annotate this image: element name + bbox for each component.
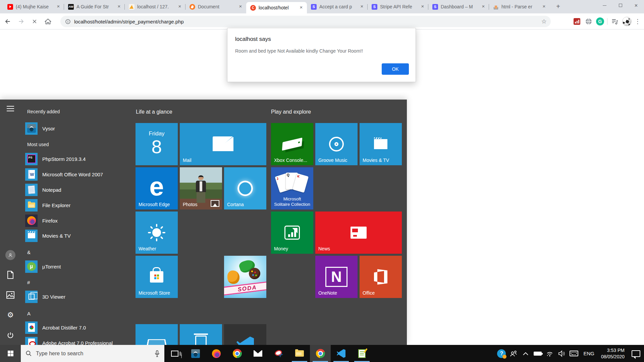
- media-controls-icon[interactable]: [610, 17, 619, 26]
- bookmark-star-icon[interactable]: ☆: [541, 18, 547, 25]
- tile-cortana[interactable]: Cortana: [224, 167, 266, 209]
- section-header-a[interactable]: A: [27, 311, 31, 316]
- grammarly-icon[interactable]: G: [596, 17, 604, 25]
- taskbar-mail[interactable]: [248, 345, 268, 362]
- taskbar-vscode[interactable]: [331, 345, 352, 362]
- tab-stripe-dashboard[interactable]: S Dashboard – M ×: [428, 0, 489, 13]
- app-adobe-acrobat[interactable]: Adobe Acrobat 7.0 Professional: [25, 335, 132, 345]
- app-word[interactable]: W Microsoft Office Word 2007: [25, 167, 132, 182]
- close-icon[interactable]: ×: [237, 4, 244, 10]
- tile-microsoft-store[interactable]: Microsoft Store: [136, 256, 178, 298]
- tab-youtube[interactable]: (4) Mujhe Kaise ×: [3, 0, 64, 13]
- profile-avatar[interactable]: [622, 17, 632, 26]
- tile-connect-partial[interactable]: [136, 324, 178, 345]
- ok-button[interactable]: OK: [382, 63, 409, 75]
- user-account-icon[interactable]: [5, 249, 16, 261]
- maximize-button[interactable]: [612, 0, 628, 11]
- close-icon[interactable]: ×: [359, 4, 365, 10]
- taskbar-chrome[interactable]: [227, 345, 248, 362]
- extension-red-icon[interactable]: [573, 17, 581, 26]
- window-close-button[interactable]: ✕: [628, 0, 644, 11]
- tile-edge[interactable]: e Microsoft Edge: [136, 167, 178, 209]
- taskbar-notepad-plus[interactable]: [352, 345, 372, 362]
- tile-news[interactable]: News: [315, 212, 402, 254]
- app-firefox[interactable]: Firefox: [25, 213, 132, 228]
- settings-gear-icon[interactable]: ⚙: [5, 309, 16, 321]
- tile-onenote[interactable]: N OneNote: [315, 256, 358, 298]
- tile-vscode-partial[interactable]: [224, 324, 266, 345]
- get-help-icon[interactable]: ?: [495, 345, 507, 362]
- close-icon[interactable]: ×: [298, 5, 304, 11]
- volume-icon[interactable]: [556, 345, 568, 362]
- language-indicator[interactable]: ENG: [580, 351, 598, 356]
- tab-guide[interactable]: AW A Guide For Str ×: [64, 0, 125, 13]
- taskbar-file-explorer[interactable]: [289, 345, 310, 362]
- action-center-icon[interactable]: [628, 345, 644, 362]
- app-vysor[interactable]: Vysor: [25, 121, 132, 136]
- app-notepad[interactable]: Notepad: [25, 182, 132, 197]
- stop-loading-icon[interactable]: [29, 16, 40, 27]
- touch-keyboard-icon[interactable]: [568, 345, 580, 362]
- hidden-icons-chevron[interactable]: [520, 345, 532, 362]
- tile-photos[interactable]: Photos: [180, 167, 222, 209]
- wifi-icon[interactable]: [544, 345, 556, 362]
- tile-movies-tv[interactable]: Movies & TV: [360, 123, 402, 165]
- start-button[interactable]: [0, 345, 21, 362]
- tile-solitaire[interactable]: J Q K Microsoft Solitaire Collection: [271, 167, 313, 209]
- tile-mail[interactable]: Mail: [180, 123, 266, 165]
- close-icon[interactable]: ×: [116, 4, 122, 10]
- task-view-button[interactable]: [164, 345, 185, 362]
- power-icon[interactable]: [5, 329, 16, 341]
- tile-recycle-partial[interactable]: [180, 324, 222, 345]
- chrome-menu-icon[interactable]: ⋮: [635, 18, 641, 25]
- tile-office[interactable]: Office: [360, 256, 402, 298]
- close-icon[interactable]: ×: [480, 4, 486, 10]
- close-icon[interactable]: ×: [420, 4, 426, 10]
- app-movies-tv[interactable]: Movies & TV: [25, 228, 132, 243]
- close-icon[interactable]: ×: [541, 4, 547, 10]
- taskbar-snipping-tool[interactable]: ✂: [268, 345, 289, 362]
- tab-stackoverflow[interactable]: html - Parse er ×: [489, 0, 550, 13]
- app-utorrent[interactable]: µ µTorrent: [25, 259, 132, 274]
- taskbar-chrome-active[interactable]: [310, 345, 331, 362]
- app-3d-viewer[interactable]: 3D Viewer: [25, 289, 132, 304]
- url-text[interactable]: localhost/hotel/admin/stripe_payment/cha…: [74, 19, 541, 24]
- globe-extension-icon[interactable]: [584, 17, 593, 26]
- taskbar-clock[interactable]: 3:53 PM 08/05/2020: [598, 347, 628, 360]
- tab-stripe-accept[interactable]: S Accept a card p ×: [307, 0, 368, 13]
- tile-weather[interactable]: Weather: [136, 212, 178, 254]
- back-icon[interactable]: [2, 16, 13, 27]
- close-icon[interactable]: ×: [55, 4, 61, 10]
- page-info-icon[interactable]: [65, 19, 71, 24]
- taskbar-search[interactable]: Type here to search: [21, 345, 164, 362]
- app-phpstorm[interactable]: PS PhpStorm 2019.3.4: [25, 151, 132, 167]
- tile-money[interactable]: Money: [271, 212, 313, 254]
- tile-groove-music[interactable]: Groove Music: [315, 123, 358, 165]
- tab-phpmyadmin[interactable]: localhost / 127. ×: [125, 0, 185, 13]
- battery-icon[interactable]: [532, 345, 544, 362]
- tile-calendar[interactable]: Friday 8: [136, 123, 178, 165]
- address-bar[interactable]: localhost/hotel/admin/stripe_payment/cha…: [60, 16, 551, 27]
- tile-xbox-console[interactable]: Xbox Console...: [271, 123, 313, 165]
- tile-candy-crush-soda[interactable]: SODA: [224, 256, 266, 298]
- tab-stripe-api[interactable]: S Stripe API Refe ×: [368, 0, 428, 13]
- minimize-button[interactable]: [597, 0, 612, 11]
- taskbar-vysor[interactable]: [185, 345, 206, 362]
- home-icon[interactable]: [42, 16, 54, 27]
- tab-localhost-hotel-active[interactable]: C localhost/hotel ×: [246, 2, 307, 13]
- new-tab-button[interactable]: +: [553, 2, 563, 11]
- menu-hamburger-icon[interactable]: [5, 103, 16, 114]
- forward-icon[interactable]: [15, 16, 27, 27]
- close-icon[interactable]: ×: [177, 4, 183, 10]
- documents-icon[interactable]: [5, 269, 16, 281]
- tab-document[interactable]: Document ×: [185, 0, 246, 13]
- pictures-icon[interactable]: [5, 289, 16, 301]
- people-icon[interactable]: [507, 345, 520, 362]
- app-file-explorer[interactable]: File Explorer: [25, 197, 132, 213]
- section-header-ampersand[interactable]: &: [27, 249, 31, 255]
- microphone-icon[interactable]: [155, 350, 160, 357]
- vysor-icon: [25, 122, 38, 135]
- taskbar-firefox[interactable]: [206, 345, 227, 362]
- section-header-hash[interactable]: #: [27, 280, 30, 285]
- app-acrobat-distiller[interactable]: Acrobat Distiller 7.0: [25, 320, 132, 335]
